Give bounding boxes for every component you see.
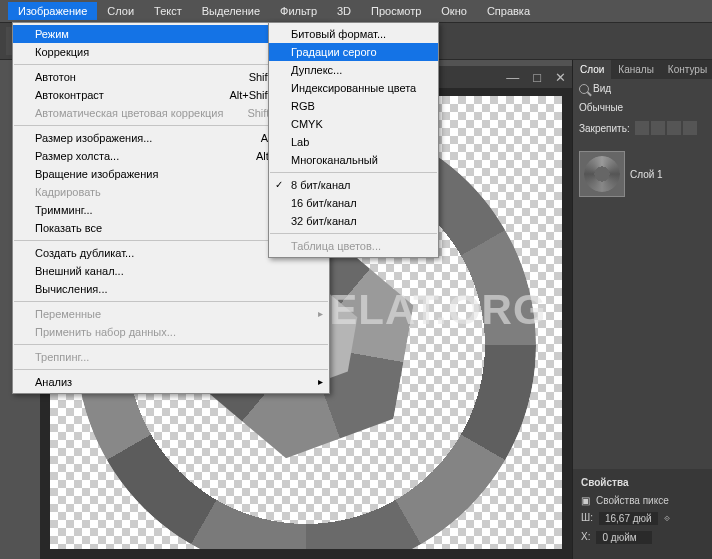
width-label: Ш: <box>581 512 593 525</box>
menu-item[interactable]: Индексированные цвета <box>269 79 438 97</box>
layer-name: Слой 1 <box>630 169 663 180</box>
menu-изображение[interactable]: Изображение <box>8 2 97 20</box>
image-icon: ▣ <box>581 495 590 506</box>
minimize-button[interactable]: — <box>506 70 519 85</box>
menu-item[interactable]: CMYK <box>269 115 438 133</box>
close-button[interactable]: ✕ <box>555 70 566 85</box>
width-value[interactable]: 16,67 дюй <box>599 512 658 525</box>
menu-item[interactable]: Внешний канал... <box>13 262 329 280</box>
menu-item: Переменные <box>13 305 329 323</box>
properties-title: Свойства <box>573 473 712 492</box>
layer-row[interactable]: Слой 1 <box>573 147 712 201</box>
menu-item: Таблица цветов... <box>269 237 438 255</box>
link-icon[interactable]: ⟐ <box>664 512 670 525</box>
menu-окно[interactable]: Окно <box>431 2 477 20</box>
panel-tab-1[interactable]: Каналы <box>611 60 661 79</box>
menu-текст[interactable]: Текст <box>144 2 192 20</box>
menu-item[interactable]: 32 бит/канал <box>269 212 438 230</box>
menubar: ИзображениеСлоиТекстВыделениеФильтр3DПро… <box>0 0 712 22</box>
right-panels: СлоиКаналыКонтуры Вид Обычные Закрепить:… <box>572 60 712 559</box>
x-row: X: 0 дюйм <box>573 528 712 547</box>
menu-слои[interactable]: Слои <box>97 2 144 20</box>
menu-фильтр[interactable]: Фильтр <box>270 2 327 20</box>
menu-item[interactable]: Вычисления... <box>13 280 329 298</box>
menu-справка[interactable]: Справка <box>477 2 540 20</box>
menu-item: Применить набор данных... <box>13 323 329 341</box>
blend-mode-label: Обычные <box>579 102 623 113</box>
layer-thumbnail <box>579 151 625 197</box>
menu-item[interactable]: Lab <box>269 133 438 151</box>
properties-pixel-row: ▣ Свойства пиксе <box>573 492 712 509</box>
menu-3d[interactable]: 3D <box>327 2 361 20</box>
filter-label: Вид <box>593 83 611 94</box>
properties-panel: Свойства ▣ Свойства пиксе Ш: 16,67 дюй ⟐… <box>573 469 712 559</box>
panel-tabs: СлоиКаналыКонтуры <box>573 60 712 79</box>
x-label: X: <box>581 531 590 544</box>
menu-item[interactable]: Градации серого <box>269 43 438 61</box>
menu-item: Треппинг... <box>13 348 329 366</box>
menu-item[interactable]: Анализ <box>13 373 329 391</box>
menu-item[interactable]: 16 бит/канал <box>269 194 438 212</box>
restore-button[interactable]: □ <box>533 70 541 85</box>
layer-filter[interactable]: Вид <box>573 79 712 98</box>
panel-tab-0[interactable]: Слои <box>573 60 611 79</box>
search-icon <box>579 84 589 94</box>
width-row: Ш: 16,67 дюй ⟐ <box>573 509 712 528</box>
menu-item[interactable]: Дуплекс... <box>269 61 438 79</box>
x-value[interactable]: 0 дюйм <box>596 531 652 544</box>
menu-item[interactable]: Многоканальный <box>269 151 438 169</box>
menu-item[interactable]: Битовый формат... <box>269 25 438 43</box>
blend-mode[interactable]: Обычные <box>573 98 712 117</box>
properties-pixel-label: Свойства пиксе <box>596 495 669 506</box>
lock-icons[interactable] <box>635 121 697 135</box>
menu-выделение[interactable]: Выделение <box>192 2 270 20</box>
lock-label: Закрепить: <box>579 123 630 134</box>
menu-item[interactable]: RGB <box>269 97 438 115</box>
menu-просмотр[interactable]: Просмотр <box>361 2 431 20</box>
panel-tab-2[interactable]: Контуры <box>661 60 712 79</box>
lock-row: Закрепить: <box>573 117 712 139</box>
menu-item[interactable]: 8 бит/канал <box>269 176 438 194</box>
